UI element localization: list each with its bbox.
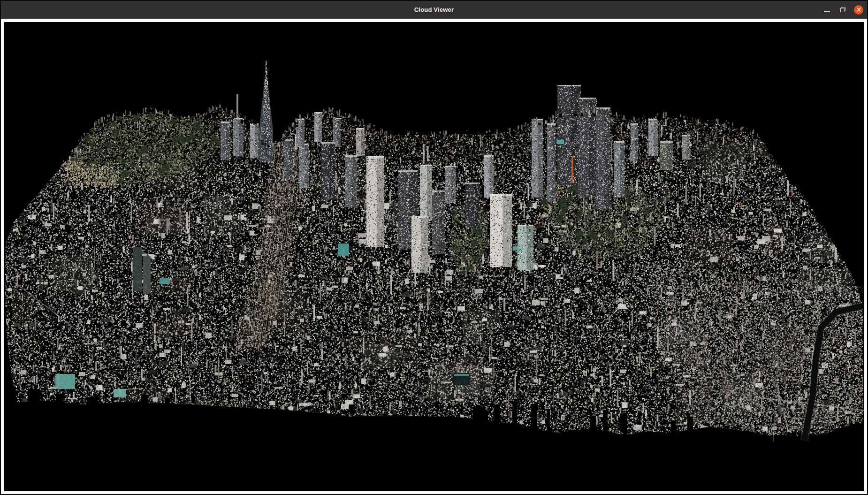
minimize-button[interactable] xyxy=(822,5,831,15)
viewport-frame xyxy=(1,19,867,494)
point-cloud-viewport[interactable] xyxy=(4,22,864,491)
restore-button[interactable] xyxy=(838,5,847,15)
close-button[interactable] xyxy=(854,5,863,15)
titlebar[interactable]: Cloud Viewer xyxy=(1,1,867,19)
restore-icon xyxy=(840,7,846,13)
window-controls xyxy=(822,1,863,18)
window-title: Cloud Viewer xyxy=(414,6,454,13)
minimize-icon xyxy=(824,11,830,12)
close-icon xyxy=(856,7,861,12)
cloud-viewer-window: Cloud Viewer xyxy=(0,0,868,495)
